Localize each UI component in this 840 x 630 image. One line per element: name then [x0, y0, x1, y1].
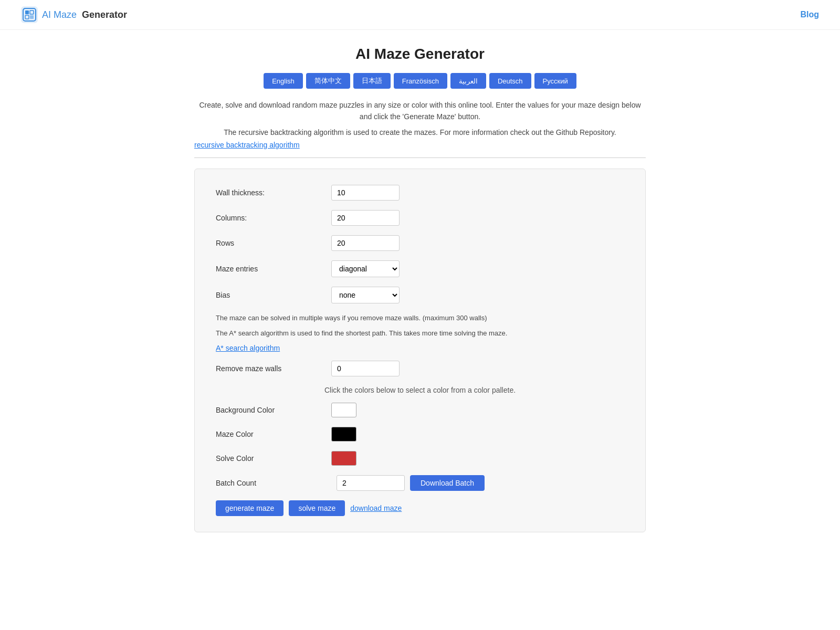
- solve-color-label: Solve Color: [216, 454, 331, 463]
- bias-row: Bias none horizontal vertical: [216, 287, 624, 303]
- language-buttons: English 简体中文 日本語 Französisch العربية Deu…: [194, 73, 646, 89]
- maze-color-row: Maze Color: [216, 427, 624, 442]
- algo-description: The recursive backtracking algorithm is …: [194, 128, 646, 136]
- columns-row: Columns:: [216, 210, 624, 226]
- svg-rect-5: [30, 15, 34, 19]
- columns-input[interactable]: [331, 210, 400, 226]
- bias-label: Bias: [216, 291, 331, 299]
- maze-entries-select[interactable]: diagonal horizontal vertical random: [331, 260, 400, 277]
- color-hint-text: Click the colors below to select a color…: [216, 386, 624, 394]
- page-title: AI Maze Generator: [194, 46, 646, 62]
- remove-walls-input[interactable]: [331, 361, 400, 376]
- lang-btn-french[interactable]: Französisch: [394, 73, 447, 89]
- batch-count-label: Batch Count: [216, 479, 331, 487]
- wall-thickness-input[interactable]: [331, 185, 400, 201]
- note-walls-text: The maze can be solved in multiple ways …: [216, 313, 624, 323]
- solve-color-row: Solve Color: [216, 451, 624, 466]
- solve-maze-button[interactable]: solve maze: [289, 500, 345, 516]
- download-maze-link[interactable]: download maze: [350, 504, 402, 512]
- lang-btn-arabic[interactable]: العربية: [450, 73, 486, 89]
- logo-icon: [21, 6, 38, 23]
- astar-link[interactable]: A* search algorithm: [216, 344, 280, 352]
- maze-entries-label: Maze entries: [216, 265, 331, 273]
- bg-color-swatch[interactable]: [331, 403, 356, 417]
- algo-link[interactable]: recursive backtracking algorithm: [194, 141, 300, 149]
- lang-btn-english[interactable]: English: [264, 73, 303, 89]
- maze-entries-row: Maze entries diagonal horizontal vertica…: [216, 260, 624, 277]
- description-text: Create, solve and download random maze p…: [194, 99, 646, 123]
- batch-row: Batch Count Download Batch: [216, 475, 624, 491]
- form-panel: Wall thickness: Columns: Rows Maze entri…: [194, 169, 646, 532]
- rows-input[interactable]: [331, 235, 400, 251]
- generate-maze-button[interactable]: generate maze: [216, 500, 284, 516]
- bg-color-row: Background Color: [216, 403, 624, 417]
- logo-text: AI Maze Generator: [42, 9, 127, 20]
- batch-count-input[interactable]: [337, 475, 405, 491]
- remove-walls-row: Remove maze walls: [216, 361, 624, 376]
- lang-btn-japanese[interactable]: 日本語: [353, 73, 391, 89]
- blog-link[interactable]: Blog: [800, 10, 819, 19]
- lang-btn-german[interactable]: Deutsch: [489, 73, 531, 89]
- maze-color-swatch[interactable]: [331, 427, 356, 442]
- divider: [194, 158, 646, 158]
- svg-rect-2: [25, 10, 29, 14]
- action-row: generate maze solve maze download maze: [216, 500, 624, 516]
- solve-color-swatch[interactable]: [331, 451, 356, 466]
- logo-text-part2: Generator: [82, 9, 127, 20]
- logo: AI Maze Generator: [21, 6, 127, 23]
- bias-select[interactable]: none horizontal vertical: [331, 287, 400, 303]
- bg-color-label: Background Color: [216, 406, 331, 414]
- maze-color-label: Maze Color: [216, 430, 331, 438]
- remove-walls-label: Remove maze walls: [216, 364, 331, 373]
- lang-btn-chinese[interactable]: 简体中文: [306, 73, 350, 89]
- logo-text-part1: AI Maze: [42, 9, 77, 20]
- rows-label: Rows: [216, 239, 331, 247]
- note-astar-text: The A* search algorithm is used to find …: [216, 328, 624, 339]
- lang-btn-russian[interactable]: Русский: [534, 73, 576, 89]
- columns-label: Columns:: [216, 214, 331, 222]
- download-batch-button[interactable]: Download Batch: [410, 475, 485, 491]
- wall-thickness-row: Wall thickness:: [216, 185, 624, 201]
- wall-thickness-label: Wall thickness:: [216, 188, 331, 197]
- rows-row: Rows: [216, 235, 624, 251]
